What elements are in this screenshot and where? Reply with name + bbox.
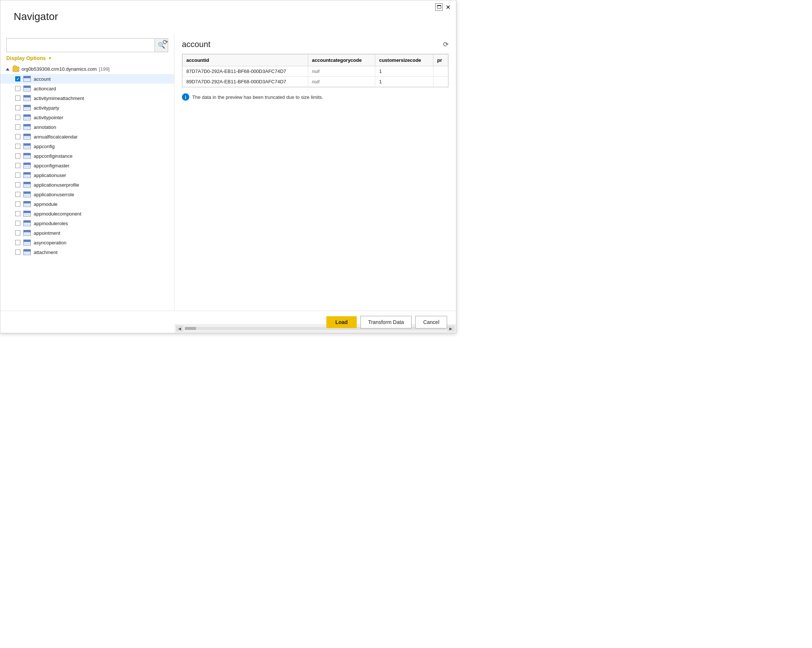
table-column-header: customersizecode — [375, 55, 433, 66]
item-label: activityparty — [34, 105, 59, 111]
item-checkbox[interactable] — [15, 124, 20, 130]
list-item[interactable]: account — [0, 74, 174, 84]
table-cell: 1 — [375, 77, 433, 87]
list-item[interactable]: appconfig — [0, 142, 174, 151]
preview-refresh-icon[interactable]: ⟳ — [443, 40, 449, 49]
root-node[interactable]: org0b539308.crm10.dynamics.com [199] — [0, 64, 174, 74]
list-item[interactable]: appointment — [0, 228, 174, 238]
list-item[interactable]: actioncard — [0, 84, 174, 93]
item-checkbox[interactable] — [15, 172, 20, 178]
list-item[interactable]: applicationuserprofile — [0, 180, 174, 190]
titlebar: 🗖 ✕ — [431, 0, 456, 14]
list-item[interactable]: applicationuser — [0, 170, 174, 180]
list-item[interactable]: activitymimeattachment — [0, 93, 174, 103]
item-checkbox[interactable] — [15, 144, 20, 149]
table-icon — [23, 191, 31, 197]
minimize-button[interactable]: 🗖 — [435, 3, 443, 11]
table-icon — [23, 172, 31, 178]
item-label: account — [34, 76, 51, 82]
info-message: i The data in the preview has been trunc… — [182, 93, 449, 101]
table-icon — [23, 249, 31, 255]
table-icon — [23, 163, 31, 168]
item-checkbox[interactable] — [15, 96, 20, 101]
item-checkbox[interactable] — [15, 192, 20, 197]
item-label: annotation — [34, 124, 56, 130]
right-panel: account ⟳ accountidaccountcategorycodecu… — [174, 34, 456, 311]
item-label: annualfiscalcalendar — [34, 134, 78, 140]
table-row: 87D7A7D0-292A-EB11-BF68-000D3AFC74D7null… — [183, 66, 448, 77]
table-icon — [23, 105, 31, 111]
left-panel: 🔍 Display Options ▼ ⟳ org0b539308.crm10.… — [0, 34, 174, 311]
item-label: activitypointer — [34, 115, 63, 120]
item-checkbox[interactable] — [15, 211, 20, 216]
close-button[interactable]: ✕ — [444, 3, 452, 11]
list-item[interactable]: attachment — [0, 247, 174, 257]
root-label: org0b539308.crm10.dynamics.com — [21, 66, 97, 72]
preview-header: account ⟳ — [182, 40, 449, 49]
list-item[interactable]: annotation — [0, 122, 174, 132]
item-checkbox[interactable] — [15, 201, 20, 207]
table-icon — [23, 182, 31, 188]
list-item[interactable]: appmoduleroles — [0, 218, 174, 228]
info-icon: i — [182, 93, 189, 101]
item-checkbox[interactable] — [15, 134, 20, 139]
table-row: 89D7A7D0-292A-EB11-BF68-000D3AFC74D7null… — [183, 77, 448, 87]
table-icon — [23, 239, 31, 245]
item-checkbox[interactable] — [15, 115, 20, 120]
list-item[interactable]: activityparty — [0, 103, 174, 113]
info-text: The data in the preview has been truncat… — [192, 95, 323, 100]
refresh-icon[interactable]: ⟳ — [163, 38, 168, 46]
item-checkbox[interactable] — [15, 221, 20, 226]
page-title: Navigator — [14, 11, 58, 23]
item-checkbox[interactable] — [15, 153, 20, 159]
transform-data-button[interactable]: Transform Data — [360, 316, 412, 328]
item-label: appointment — [34, 230, 60, 236]
cancel-button[interactable]: Cancel — [415, 316, 447, 328]
load-button[interactable]: Load — [327, 316, 356, 328]
table-icon — [23, 114, 31, 120]
item-checkbox[interactable] — [15, 163, 20, 168]
table-column-header: pr — [433, 55, 448, 66]
table-icon — [23, 134, 31, 140]
item-label: appmodulecomponent — [34, 211, 81, 217]
table-column-header: accountcategorycode — [308, 55, 375, 66]
item-checkbox[interactable] — [15, 105, 20, 110]
list-item[interactable]: annualfiscalcalendar — [0, 132, 174, 142]
item-label: activitymimeattachment — [34, 96, 84, 101]
item-label: appconfigmaster — [34, 163, 69, 168]
display-options[interactable]: Display Options ▼ — [6, 55, 168, 61]
tree-area: org0b539308.crm10.dynamics.com [199] acc… — [0, 64, 174, 311]
list-item[interactable]: appconfiginstance — [0, 151, 174, 161]
table-icon — [23, 124, 31, 130]
item-label: asyncoperation — [34, 240, 66, 245]
list-item[interactable]: appconfigmaster — [0, 161, 174, 170]
table-cell: null — [308, 77, 375, 87]
bottom-bar: Load Transform Data Cancel — [0, 311, 456, 333]
table-cell — [433, 66, 448, 77]
list-item[interactable]: applicationuserrole — [0, 190, 174, 199]
item-checkbox[interactable] — [15, 230, 20, 235]
list-item[interactable]: appmodulecomponent — [0, 209, 174, 218]
list-item[interactable]: asyncoperation — [0, 238, 174, 247]
item-label: applicationuser — [34, 172, 66, 178]
list-item[interactable]: appmodule — [0, 199, 174, 209]
item-checkbox[interactable] — [15, 86, 20, 91]
table-cell: 1 — [375, 66, 433, 77]
table-cell: null — [308, 66, 375, 77]
table-icon — [23, 85, 31, 91]
search-bar: 🔍 — [6, 38, 168, 52]
item-checkbox[interactable] — [15, 250, 20, 255]
data-table-container: accountidaccountcategorycodecustomersize… — [182, 54, 449, 87]
item-label: applicationuserrole — [34, 192, 74, 197]
item-label: appconfig — [34, 144, 55, 149]
table-column-header: accountid — [183, 55, 308, 66]
list-item[interactable]: activitypointer — [0, 113, 174, 122]
table-cell — [433, 77, 448, 87]
item-checkbox[interactable] — [15, 182, 20, 188]
data-table: accountidaccountcategorycodecustomersize… — [182, 54, 448, 87]
item-checkbox[interactable] — [15, 240, 20, 245]
search-input[interactable] — [7, 40, 154, 50]
table-icon — [23, 211, 31, 217]
item-checkbox[interactable] — [15, 76, 20, 81]
item-label: appconfiginstance — [34, 153, 73, 159]
